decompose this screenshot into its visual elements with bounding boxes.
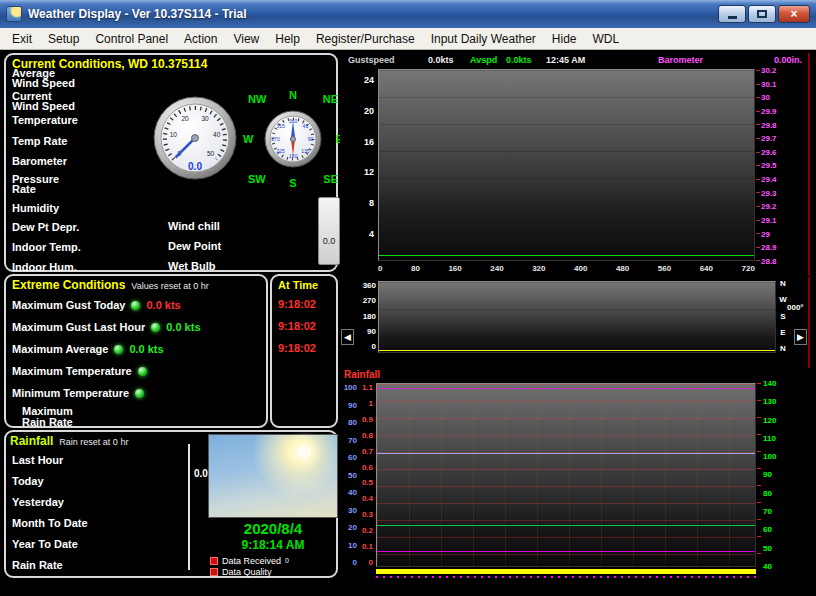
axis-tick-label: 90 (763, 470, 772, 479)
gauge-value: 0.0 (188, 161, 202, 172)
axis-tick-label: 50 (763, 544, 772, 553)
panel-header: Extreme Conditions Values reset at 0 hr (8, 276, 264, 292)
extreme-row-label: Maximum Gust Today (12, 300, 125, 311)
axis-tick-label: 10 (348, 541, 357, 550)
axis-tick-label: 100 (763, 452, 776, 461)
condition-label: Temp Rate (12, 136, 81, 146)
gauge-scale-label: 40 (213, 131, 221, 138)
compass-point-label: NW (248, 93, 266, 105)
wind-speed-dial: 0 10 20 30 40 50 0.0 (152, 95, 238, 181)
compass-point-label: N (289, 89, 297, 101)
compass-y-axis: NWSEN (778, 279, 788, 353)
rain-row-label: Yesterday (12, 492, 88, 513)
barometer-tick-marks (756, 70, 760, 261)
axis-tick-label: 29 (761, 230, 770, 239)
compass-degree: 135 (301, 148, 310, 154)
extreme-row-label: Maximum Average (12, 344, 108, 355)
compass-degree: 315 (276, 123, 285, 129)
axis-tick-label: 90 (367, 327, 376, 336)
axis-tick-label: 0 (369, 558, 373, 567)
current-conditions-panel: Current Conditions, WD 10.375114 Average… (4, 53, 338, 272)
wind-plot-area[interactable] (378, 69, 755, 261)
axis-tick-label: 1.1 (362, 383, 373, 392)
axis-tick-label: 70 (348, 436, 357, 445)
axis-tick-label: 0.1 (362, 542, 373, 551)
condition-label: Humidity (12, 203, 81, 213)
condition-label: Temperature (12, 115, 81, 125)
compass-degree: 270 (271, 136, 280, 142)
axis-tick-label: 360 (363, 281, 376, 290)
maximize-button[interactable] (748, 5, 776, 23)
window-title: Weather Display - Ver 10.37S114 - Trial (28, 7, 247, 21)
axis-tick-label: 20 (364, 106, 374, 116)
compass-point-label: W (243, 133, 253, 145)
axis-tick-label: 0 (353, 558, 357, 567)
extreme-row: Maximum Gust Last Hour 0.0 kts (8, 316, 264, 338)
axis-tick-label: 640 (700, 264, 713, 273)
status-led (150, 322, 161, 333)
close-button[interactable]: × (778, 5, 810, 23)
menu-item[interactable]: Setup (40, 30, 87, 48)
menu-item[interactable]: Hide (544, 30, 585, 48)
axis-tick-label: 130 (763, 397, 776, 406)
menu-item[interactable]: Action (176, 30, 225, 48)
rain-y-axis: 1.110.90.80.70.60.50.40.30.20.10 (359, 383, 373, 567)
rain-row-label: Month To Date (12, 513, 88, 534)
compass-dial: 45 90 135 180 225 270 315 360 (264, 110, 322, 168)
axis-tick-label: 0.3 (362, 510, 373, 519)
axis-tick-label: 50 (348, 471, 357, 480)
menu-item[interactable]: Help (267, 30, 308, 48)
axis-tick-label: 0 (378, 264, 382, 273)
axis-tick-label: 29.5 (761, 161, 777, 170)
degrees-y-axis: 360270180900 (354, 281, 376, 351)
graph-time-label: 12:45 AM (546, 55, 585, 65)
axis-tick-label: 60 (763, 525, 772, 534)
time-rows: 9:18:029:18:029:18:02 (276, 293, 332, 359)
axis-tick-label: 0.6 (362, 463, 373, 472)
axis-tick-label: 560 (658, 264, 671, 273)
scroll-left-button[interactable]: ◀ (341, 329, 354, 345)
menu-item[interactable]: Exit (4, 30, 40, 48)
condition-label: Indoor Hum. (12, 262, 81, 272)
menu-item[interactable]: Register/Purchase (308, 30, 423, 48)
status-label: Data Quality (222, 567, 272, 577)
compass-point-label: SW (248, 173, 266, 185)
rain-rows: Last HourTodayYesterdayMonth To DateYear… (12, 450, 88, 576)
humidity-y-axis: 1009080706050403020100 (340, 383, 357, 567)
axis-tick-label: 180 (363, 312, 376, 321)
rain-row-label: Rain Rate (12, 555, 88, 576)
direction-plot-area[interactable] (378, 281, 776, 353)
extreme-row: Maximum Temperature (8, 360, 264, 382)
minimize-button[interactable] (718, 5, 746, 23)
axis-tick-label: 80 (763, 489, 772, 498)
avspd-legend-label: Avspd (470, 55, 497, 65)
menu-item[interactable]: WDL (585, 30, 628, 48)
panel-title: Extreme Conditions (12, 278, 125, 292)
extreme-row-label: Maximum Rain Rate (12, 406, 73, 428)
axis-tick-label: 16 (364, 137, 374, 147)
axis-tick-label: 0.2 (362, 526, 373, 535)
rain-plot-area[interactable] (376, 383, 756, 567)
panel-subtitle: Rain reset at 0 hr (59, 437, 128, 447)
extreme-row-value: 0.0 kts (129, 343, 163, 355)
status-superscript: 0 (285, 557, 289, 564)
axis-tick-label: 8 (369, 198, 374, 208)
time-value: 9:18:02 (276, 315, 332, 337)
menu-item[interactable]: View (225, 30, 267, 48)
extreme-row: Maximum Gust Today 0.0 kts (8, 294, 264, 316)
axis-tick-label: 400 (574, 264, 587, 273)
sky-image (208, 434, 338, 518)
extreme-row-label: Maximum Temperature (12, 366, 132, 377)
axis-tick-label: 29.1 (761, 216, 777, 225)
extreme-rows: Maximum Gust Today 0.0 kts Maximum Gust … (8, 294, 264, 430)
axis-tick-label: 29.4 (761, 175, 777, 184)
wind-barometer-graph: Gustspeed 0.0kts Avspd 0.0kts 12:45 AM B… (340, 53, 810, 276)
gust-value: 0.0kts (428, 55, 454, 65)
extreme-row-label: Minimum Temperature (12, 388, 129, 399)
menu-item[interactable]: Input Daily Weather (423, 30, 544, 48)
rainfall-graph: Rainfall 1009080706050403020100 1.110.90… (340, 369, 810, 580)
menu-item[interactable]: Control Panel (87, 30, 176, 48)
scroll-right-button[interactable]: ▶ (794, 329, 807, 345)
extreme-row-value: 0.0 kts (146, 299, 180, 311)
condition-label: Indoor Temp. (12, 242, 81, 252)
